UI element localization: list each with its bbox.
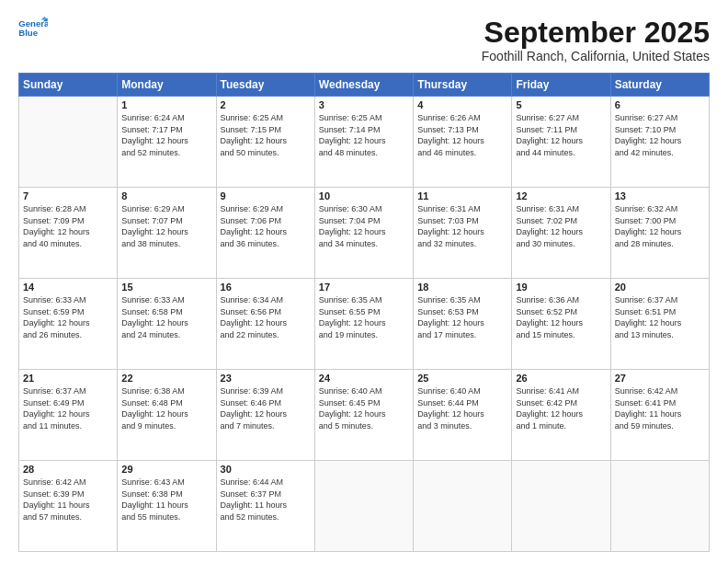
title-block: September 2025 Foothill Ranch, Californi… (482, 17, 710, 63)
day-number: 8 (121, 190, 211, 201)
day-number: 13 (615, 190, 705, 201)
day-info: Sunrise: 6:38 AMSunset: 6:48 PMDaylight:… (121, 385, 211, 431)
table-row: 21Sunrise: 6:37 AMSunset: 6:49 PMDayligh… (19, 370, 118, 461)
day-number: 29 (121, 464, 211, 475)
day-number: 20 (615, 282, 705, 293)
day-number: 21 (23, 373, 113, 384)
day-info: Sunrise: 6:30 AMSunset: 7:04 PMDaylight:… (319, 203, 409, 249)
page: General Blue September 2025 Foothill Ran… (0, 0, 728, 563)
day-info: Sunrise: 6:33 AMSunset: 6:58 PMDaylight:… (121, 294, 211, 340)
calendar-table: Sunday Monday Tuesday Wednesday Thursday… (18, 73, 710, 552)
table-row: 29Sunrise: 6:43 AMSunset: 6:38 PMDayligh… (118, 461, 216, 552)
day-info: Sunrise: 6:41 AMSunset: 6:42 PMDaylight:… (516, 385, 606, 431)
day-number: 6 (615, 99, 705, 110)
day-number: 7 (23, 190, 113, 201)
day-info: Sunrise: 6:37 AMSunset: 6:49 PMDaylight:… (23, 385, 113, 431)
table-row: 9Sunrise: 6:29 AMSunset: 7:06 PMDaylight… (216, 188, 314, 279)
table-row: 15Sunrise: 6:33 AMSunset: 6:58 PMDayligh… (118, 279, 216, 370)
col-thursday: Thursday (414, 74, 512, 97)
svg-text:Blue: Blue (18, 28, 38, 38)
day-info: Sunrise: 6:24 AMSunset: 7:17 PMDaylight:… (121, 112, 211, 158)
day-number: 11 (417, 190, 507, 201)
day-info: Sunrise: 6:27 AMSunset: 7:11 PMDaylight:… (516, 112, 606, 158)
table-row (314, 461, 413, 552)
day-info: Sunrise: 6:29 AMSunset: 7:06 PMDaylight:… (221, 203, 311, 249)
day-info: Sunrise: 6:27 AMSunset: 7:10 PMDaylight:… (615, 112, 705, 158)
table-row: 30Sunrise: 6:44 AMSunset: 6:37 PMDayligh… (216, 461, 314, 552)
day-number: 26 (516, 373, 606, 384)
table-row: 5Sunrise: 6:27 AMSunset: 7:11 PMDaylight… (512, 97, 610, 188)
day-number: 18 (417, 282, 507, 293)
table-row: 12Sunrise: 6:31 AMSunset: 7:02 PMDayligh… (512, 188, 610, 279)
table-row: 17Sunrise: 6:35 AMSunset: 6:55 PMDayligh… (314, 279, 413, 370)
col-wednesday: Wednesday (314, 74, 413, 97)
day-number: 14 (23, 282, 113, 293)
day-info: Sunrise: 6:36 AMSunset: 6:52 PMDaylight:… (516, 294, 606, 340)
month-title: September 2025 (482, 17, 710, 49)
day-info: Sunrise: 6:25 AMSunset: 7:15 PMDaylight:… (221, 112, 311, 158)
day-number: 1 (121, 99, 211, 110)
location-title: Foothill Ranch, California, United State… (482, 49, 710, 63)
day-number: 22 (121, 373, 211, 384)
day-number: 15 (121, 282, 211, 293)
table-row: 7Sunrise: 6:28 AMSunset: 7:09 PMDaylight… (19, 188, 118, 279)
day-info: Sunrise: 6:43 AMSunset: 6:38 PMDaylight:… (121, 477, 211, 523)
table-row: 18Sunrise: 6:35 AMSunset: 6:53 PMDayligh… (414, 279, 512, 370)
day-info: Sunrise: 6:35 AMSunset: 6:55 PMDaylight:… (319, 294, 409, 340)
table-row (414, 461, 512, 552)
calendar-week-row: 28Sunrise: 6:42 AMSunset: 6:39 PMDayligh… (19, 461, 710, 552)
table-row: 13Sunrise: 6:32 AMSunset: 7:00 PMDayligh… (610, 188, 709, 279)
day-number: 28 (23, 464, 113, 475)
day-number: 5 (516, 99, 606, 110)
day-info: Sunrise: 6:28 AMSunset: 7:09 PMDaylight:… (23, 203, 113, 249)
day-info: Sunrise: 6:34 AMSunset: 6:56 PMDaylight:… (221, 294, 311, 340)
day-info: Sunrise: 6:35 AMSunset: 6:53 PMDaylight:… (417, 294, 507, 340)
day-number: 23 (221, 373, 311, 384)
table-row: 11Sunrise: 6:31 AMSunset: 7:03 PMDayligh… (414, 188, 512, 279)
table-row: 1Sunrise: 6:24 AMSunset: 7:17 PMDaylight… (118, 97, 216, 188)
table-row: 24Sunrise: 6:40 AMSunset: 6:45 PMDayligh… (314, 370, 413, 461)
calendar-header-row: Sunday Monday Tuesday Wednesday Thursday… (19, 74, 710, 97)
table-row: 3Sunrise: 6:25 AMSunset: 7:14 PMDaylight… (314, 97, 413, 188)
day-info: Sunrise: 6:39 AMSunset: 6:46 PMDaylight:… (221, 385, 311, 431)
table-row: 4Sunrise: 6:26 AMSunset: 7:13 PMDaylight… (414, 97, 512, 188)
day-info: Sunrise: 6:26 AMSunset: 7:13 PMDaylight:… (417, 112, 507, 158)
day-info: Sunrise: 6:33 AMSunset: 6:59 PMDaylight:… (23, 294, 113, 340)
day-info: Sunrise: 6:31 AMSunset: 7:02 PMDaylight:… (516, 203, 606, 249)
day-info: Sunrise: 6:40 AMSunset: 6:45 PMDaylight:… (319, 385, 409, 431)
table-row: 16Sunrise: 6:34 AMSunset: 6:56 PMDayligh… (216, 279, 314, 370)
day-number: 9 (221, 190, 311, 201)
day-info: Sunrise: 6:32 AMSunset: 7:00 PMDaylight:… (615, 203, 705, 249)
calendar-week-row: 14Sunrise: 6:33 AMSunset: 6:59 PMDayligh… (19, 279, 710, 370)
table-row: 28Sunrise: 6:42 AMSunset: 6:39 PMDayligh… (19, 461, 118, 552)
logo-icon: General Blue (18, 17, 48, 42)
col-friday: Friday (512, 74, 610, 97)
day-number: 2 (221, 99, 311, 110)
table-row: 8Sunrise: 6:29 AMSunset: 7:07 PMDaylight… (118, 188, 216, 279)
col-tuesday: Tuesday (216, 74, 314, 97)
table-row: 22Sunrise: 6:38 AMSunset: 6:48 PMDayligh… (118, 370, 216, 461)
col-saturday: Saturday (610, 74, 709, 97)
calendar-week-row: 7Sunrise: 6:28 AMSunset: 7:09 PMDaylight… (19, 188, 710, 279)
table-row: 23Sunrise: 6:39 AMSunset: 6:46 PMDayligh… (216, 370, 314, 461)
table-row: 10Sunrise: 6:30 AMSunset: 7:04 PMDayligh… (314, 188, 413, 279)
table-row: 26Sunrise: 6:41 AMSunset: 6:42 PMDayligh… (512, 370, 610, 461)
day-number: 19 (516, 282, 606, 293)
day-number: 16 (221, 282, 311, 293)
col-monday: Monday (118, 74, 216, 97)
day-info: Sunrise: 6:37 AMSunset: 6:51 PMDaylight:… (615, 294, 705, 340)
day-number: 4 (417, 99, 507, 110)
day-number: 12 (516, 190, 606, 201)
day-info: Sunrise: 6:42 AMSunset: 6:39 PMDaylight:… (23, 477, 113, 523)
day-number: 24 (319, 373, 409, 384)
table-row: 20Sunrise: 6:37 AMSunset: 6:51 PMDayligh… (610, 279, 709, 370)
header: General Blue September 2025 Foothill Ran… (18, 17, 710, 63)
calendar-week-row: 1Sunrise: 6:24 AMSunset: 7:17 PMDaylight… (19, 97, 710, 188)
day-number: 3 (319, 99, 409, 110)
day-number: 10 (319, 190, 409, 201)
day-info: Sunrise: 6:40 AMSunset: 6:44 PMDaylight:… (417, 385, 507, 431)
day-number: 27 (615, 373, 705, 384)
table-row: 19Sunrise: 6:36 AMSunset: 6:52 PMDayligh… (512, 279, 610, 370)
table-row: 25Sunrise: 6:40 AMSunset: 6:44 PMDayligh… (414, 370, 512, 461)
day-number: 25 (417, 373, 507, 384)
